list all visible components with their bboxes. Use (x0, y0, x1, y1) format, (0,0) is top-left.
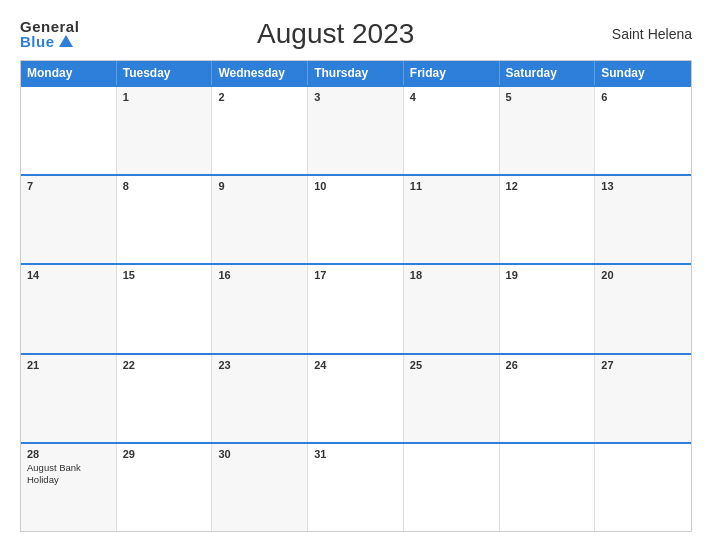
table-row[interactable]: 22 (117, 355, 213, 442)
table-row[interactable]: 3 (308, 87, 404, 174)
logo-triangle-icon (59, 35, 73, 47)
table-row[interactable]: 5 (500, 87, 596, 174)
table-row[interactable]: 26 (500, 355, 596, 442)
table-row[interactable] (500, 444, 596, 531)
table-row[interactable]: 10 (308, 176, 404, 263)
table-row[interactable]: 2 (212, 87, 308, 174)
table-row[interactable]: 31 (308, 444, 404, 531)
table-row[interactable]: 1 (117, 87, 213, 174)
table-row[interactable]: 17 (308, 265, 404, 352)
week-row-4: 21 22 23 24 25 26 27 (21, 353, 691, 442)
logo: General Blue (20, 19, 79, 49)
table-row[interactable]: 27 (595, 355, 691, 442)
calendar-header: Monday Tuesday Wednesday Thursday Friday… (21, 61, 691, 85)
table-row[interactable]: 11 (404, 176, 500, 263)
week-row-2: 7 8 9 10 11 12 13 (21, 174, 691, 263)
logo-general-text: General (20, 19, 79, 34)
calendar-body: 1 2 3 4 5 6 (21, 85, 691, 531)
weekday-saturday: Saturday (500, 61, 596, 85)
table-row[interactable] (404, 444, 500, 531)
table-row[interactable]: 4 (404, 87, 500, 174)
table-row[interactable]: 25 (404, 355, 500, 442)
table-row[interactable]: 19 (500, 265, 596, 352)
weekday-tuesday: Tuesday (117, 61, 213, 85)
table-row[interactable]: 6 (595, 87, 691, 174)
table-row[interactable]: 7 (21, 176, 117, 263)
table-row[interactable]: 9 (212, 176, 308, 263)
weekday-wednesday: Wednesday (212, 61, 308, 85)
table-row[interactable]: 18 (404, 265, 500, 352)
week-row-3: 14 15 16 17 18 19 20 (21, 263, 691, 352)
table-row[interactable]: 29 (117, 444, 213, 531)
table-row[interactable] (595, 444, 691, 531)
table-row[interactable]: 21 (21, 355, 117, 442)
table-row[interactable]: 28 August Bank Holiday (21, 444, 117, 531)
calendar-page: General Blue August 2023 Saint Helena Mo… (0, 0, 712, 550)
weekday-friday: Friday (404, 61, 500, 85)
table-row[interactable]: 24 (308, 355, 404, 442)
table-row[interactable]: 13 (595, 176, 691, 263)
table-row[interactable]: 30 (212, 444, 308, 531)
weekday-monday: Monday (21, 61, 117, 85)
weekday-sunday: Sunday (595, 61, 691, 85)
table-row[interactable]: 23 (212, 355, 308, 442)
table-row[interactable]: 12 (500, 176, 596, 263)
weekday-thursday: Thursday (308, 61, 404, 85)
calendar-grid: Monday Tuesday Wednesday Thursday Friday… (20, 60, 692, 532)
event-august-bank-holiday: August Bank Holiday (27, 462, 110, 487)
location-label: Saint Helena (592, 26, 692, 42)
week-row-1: 1 2 3 4 5 6 (21, 85, 691, 174)
week-row-5: 28 August Bank Holiday 29 30 31 (21, 442, 691, 531)
table-row[interactable]: 15 (117, 265, 213, 352)
table-row[interactable]: 20 (595, 265, 691, 352)
table-row[interactable]: 8 (117, 176, 213, 263)
table-row[interactable] (21, 87, 117, 174)
calendar-title: August 2023 (79, 18, 592, 50)
header: General Blue August 2023 Saint Helena (20, 18, 692, 50)
table-row[interactable]: 16 (212, 265, 308, 352)
table-row[interactable]: 14 (21, 265, 117, 352)
logo-blue-text: Blue (20, 34, 79, 49)
